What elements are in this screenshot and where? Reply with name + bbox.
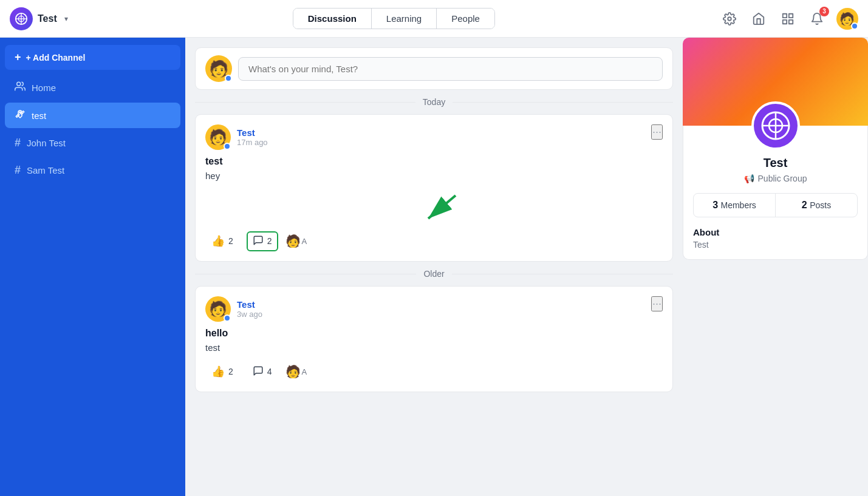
svg-point-10 <box>19 112 21 113</box>
post-2-username[interactable]: Test <box>237 299 262 310</box>
members-label: Members <box>721 200 756 210</box>
main-layout: + + Add Channel Home <box>0 38 868 496</box>
post-2-user: 🧑 Test 3w ago <box>205 296 262 322</box>
add-channel-button[interactable]: + + Add Channel <box>5 45 180 70</box>
members-stat: 3 Members <box>694 194 776 217</box>
post-1-avatar: 🧑 <box>205 124 231 150</box>
user-avatar[interactable]: 🧑 <box>836 8 858 30</box>
post-2-like-count: 2 <box>228 367 233 376</box>
right-panel: Test 📢 Public Group 3 Members 2 Posts Ab <box>683 38 868 496</box>
current-user-online-dot <box>225 75 232 82</box>
post-1-user-info: Test 17m ago <box>237 127 268 147</box>
tab-group-container: Discussion Learning People <box>293 8 495 29</box>
post-1-comment-button[interactable]: 2 <box>247 231 278 251</box>
green-arrow-icon <box>407 189 462 226</box>
sidebar-item-home-label: Home <box>32 83 56 93</box>
post-1-header: 🧑 Test 17m ago ··· <box>205 124 663 150</box>
group-stats: 3 Members 2 Posts <box>693 193 858 217</box>
post-1-like-count: 2 <box>228 236 233 246</box>
post-input-area: 🧑 <box>195 47 673 90</box>
post-2-body: test <box>205 342 663 353</box>
post-2-user-info: Test 3w ago <box>237 299 262 319</box>
post-2-comment-button[interactable]: 4 <box>247 362 278 382</box>
sidebar-item-test[interactable]: test <box>5 103 180 128</box>
home-sidebar-icon <box>15 81 26 94</box>
post-1-actions: 👍 2 2 🧑 A <box>205 231 663 251</box>
add-icon: + <box>15 51 21 64</box>
today-divider: Today <box>195 97 673 107</box>
svg-rect-8 <box>783 19 787 23</box>
reaction-label-2: A <box>302 367 307 376</box>
post-1-user-online <box>224 143 231 150</box>
svg-rect-6 <box>789 13 793 17</box>
post-1-username[interactable]: Test <box>237 127 268 138</box>
settings-icon[interactable] <box>720 9 739 29</box>
tab-learning[interactable]: Learning <box>372 8 437 29</box>
post-1-title: test <box>205 156 663 167</box>
top-navigation: Test ▾ Discussion Learning People <box>0 0 868 38</box>
hash-icon-sam: # <box>15 164 21 177</box>
home-icon[interactable] <box>749 9 768 29</box>
post-2-avatar: 🧑 <box>205 296 231 322</box>
user-online-dot <box>851 22 858 30</box>
hash-icon-john: # <box>15 137 21 149</box>
reaction-avatar-2: 🧑 <box>285 364 301 379</box>
tab-discussion[interactable]: Discussion <box>293 8 372 29</box>
post-2-header: 🧑 Test 3w ago ··· <box>205 296 663 322</box>
sidebar-item-test-label: test <box>32 110 46 121</box>
megaphone-icon: 📢 <box>744 174 754 183</box>
grid-icon[interactable] <box>778 9 798 29</box>
post-2-actions: 👍 2 4 🧑 A <box>205 361 663 382</box>
today-label: Today <box>423 97 445 107</box>
post-1-like-button[interactable]: 👍 2 <box>205 231 239 251</box>
post-card-1: 🧑 Test 17m ago ··· test hey <box>195 114 673 262</box>
sidebar-item-sam-test-label: Sam Test <box>27 165 64 175</box>
post-2-title: hello <box>205 328 663 339</box>
tab-people[interactable]: People <box>437 8 494 29</box>
like-icon: 👍 <box>211 234 225 248</box>
about-title: About <box>693 227 858 237</box>
current-user-avatar: 🧑 <box>205 55 232 82</box>
members-count: 3 <box>713 200 718 210</box>
sidebar-item-john-test-label: John Test <box>27 138 66 148</box>
post-1-reaction-avatars: 🧑 A <box>285 234 307 248</box>
post-2-time: 3w ago <box>237 310 262 319</box>
about-section: About Test <box>693 227 858 250</box>
about-text: Test <box>693 240 858 250</box>
brand-logo <box>10 7 33 30</box>
comment-icon <box>253 235 264 248</box>
post-2-like-button[interactable]: 👍 2 <box>205 361 239 382</box>
tab-group: Discussion Learning People <box>293 8 495 29</box>
posts-stat: 2 Posts <box>776 194 857 217</box>
arrow-indicator <box>205 189 663 226</box>
posts-label: Posts <box>810 200 831 210</box>
brand-area[interactable]: Test ▾ <box>10 7 68 30</box>
older-label: Older <box>423 269 444 279</box>
group-type-label: Public Group <box>758 174 807 183</box>
post-2-more-button[interactable]: ··· <box>651 296 663 311</box>
group-logo-icon <box>760 110 791 141</box>
notification-badge: 3 <box>819 7 829 16</box>
comment-icon-2 <box>253 365 264 378</box>
main-feed: 🧑 Today 🧑 Test 17m ago <box>185 38 683 496</box>
post-1-more-button[interactable]: ··· <box>651 124 663 140</box>
like-icon-2: 👍 <box>211 365 225 378</box>
sidebar-item-john-test[interactable]: # John Test <box>5 131 180 155</box>
notifications-icon[interactable]: 3 <box>807 9 827 29</box>
nav-right: 3 🧑 <box>720 8 858 30</box>
older-divider: Older <box>195 269 673 279</box>
post-1-user: 🧑 Test 17m ago <box>205 124 268 150</box>
add-channel-label: + Add Channel <box>26 53 86 63</box>
sidebar-item-home[interactable]: Home <box>5 75 180 100</box>
svg-point-9 <box>17 82 21 86</box>
svg-rect-5 <box>783 13 787 17</box>
post-input-field[interactable] <box>238 57 663 81</box>
brand-name: Test <box>38 13 57 24</box>
rocket-icon <box>15 109 26 122</box>
sidebar-item-sam-test[interactable]: # Sam Test <box>5 158 180 183</box>
reaction-avatar-1: 🧑 <box>285 234 301 248</box>
svg-point-4 <box>728 17 731 21</box>
group-logo <box>751 101 800 150</box>
group-banner <box>683 38 868 126</box>
svg-rect-7 <box>789 19 793 23</box>
